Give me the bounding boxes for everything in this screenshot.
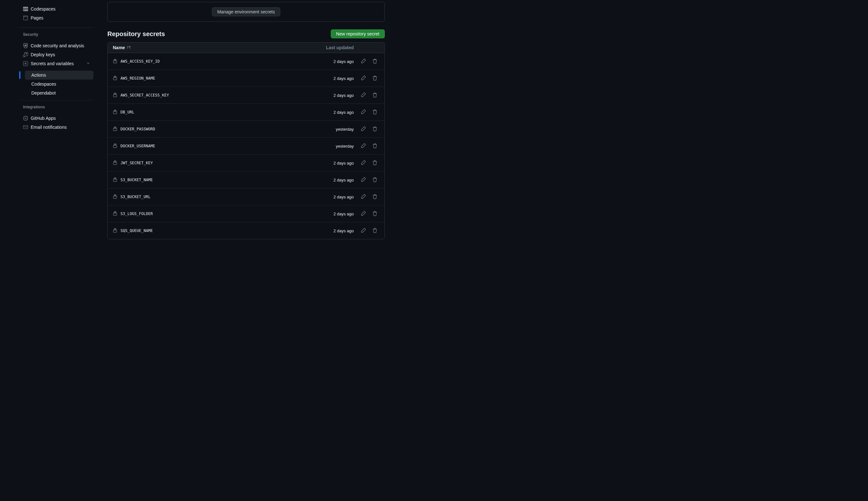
secret-row: JWT_SECRET_KEY2 days ago xyxy=(108,154,384,172)
delete-secret-button[interactable] xyxy=(370,209,379,218)
edit-secret-button[interactable] xyxy=(359,91,368,100)
secret-updated: 2 days ago xyxy=(309,212,354,216)
trash-icon xyxy=(372,177,378,183)
settings-sidebar: CodespacesPages Security Code security a… xyxy=(0,2,96,239)
manage-environment-secrets-button[interactable]: Manage environment secrets xyxy=(212,7,280,16)
sidebar-item-deploy-keys[interactable]: Deploy keys xyxy=(19,50,93,59)
lock-icon xyxy=(113,93,117,98)
trash-icon xyxy=(372,75,378,82)
sidebar-subitem-actions[interactable]: Actions xyxy=(25,71,93,79)
edit-secret-button[interactable] xyxy=(359,125,368,134)
sidebar-item-email-notifications[interactable]: Email notifications xyxy=(19,123,93,132)
secret-row: S3_BUCKET_NAME2 days ago xyxy=(108,172,384,189)
edit-secret-button[interactable] xyxy=(359,57,368,66)
key-icon xyxy=(23,52,28,57)
lock-icon xyxy=(113,143,117,149)
sidebar-item-github-apps[interactable]: GitHub Apps xyxy=(19,114,93,123)
delete-secret-button[interactable] xyxy=(370,57,379,66)
divider xyxy=(19,28,93,28)
lock-icon xyxy=(113,194,117,200)
secret-row: S3_BUCKET_URL2 days ago xyxy=(108,189,384,205)
secret-row: AWS_ACCESS_KEY_ID2 days ago xyxy=(108,53,384,70)
delete-secret-button[interactable] xyxy=(370,108,379,117)
delete-secret-button[interactable] xyxy=(370,159,379,168)
lock-icon xyxy=(113,109,117,115)
delete-secret-button[interactable] xyxy=(370,91,379,100)
pencil-icon xyxy=(361,92,366,98)
secret-name: DB_URL xyxy=(120,110,134,114)
hubot-icon xyxy=(23,116,28,121)
secret-updated: 2 days ago xyxy=(309,93,354,98)
secret-row: DB_URL2 days ago xyxy=(108,104,384,121)
pencil-icon xyxy=(361,160,366,166)
sidebar-item-label: GitHub Apps xyxy=(31,116,56,121)
secret-updated: 2 days ago xyxy=(309,178,354,182)
edit-secret-button[interactable] xyxy=(359,74,368,83)
pencil-icon xyxy=(361,228,366,234)
secret-updated: 2 days ago xyxy=(309,76,354,81)
pencil-icon xyxy=(361,143,366,149)
secret-name: S3_BUCKET_NAME xyxy=(120,178,153,182)
sidebar-item-label: Code security and analysis xyxy=(31,43,84,48)
environment-secrets-panel: Manage environment secrets xyxy=(107,2,385,22)
repository-secrets-title: Repository secrets xyxy=(107,30,165,38)
delete-secret-button[interactable] xyxy=(370,175,379,184)
column-updated-header: Last updated xyxy=(322,45,379,50)
sidebar-subitem-codespaces[interactable]: Codespaces xyxy=(25,79,93,88)
column-name-header[interactable]: Name xyxy=(113,45,125,50)
pencil-icon xyxy=(361,126,366,132)
pencil-icon xyxy=(361,177,366,183)
sidebar-item-label: Email notifications xyxy=(31,125,67,130)
shield-scan-icon xyxy=(23,43,28,48)
secret-updated: 2 days ago xyxy=(309,228,354,233)
secret-updated: 2 days ago xyxy=(309,110,354,115)
sidebar-item-label: Dependabot xyxy=(31,90,56,96)
secret-row: AWS_REGION_NAME2 days ago xyxy=(108,70,384,87)
secret-row: SQS_QUEUE_NAME2 days ago xyxy=(108,222,384,239)
new-repository-secret-button[interactable]: New repository secret xyxy=(331,29,385,38)
edit-secret-button[interactable] xyxy=(359,159,368,168)
integrations-heading: Integrations xyxy=(19,103,93,111)
trash-icon xyxy=(372,58,378,65)
secret-name: AWS_REGION_NAME xyxy=(120,76,155,81)
sidebar-item-label: Codespaces xyxy=(31,82,56,87)
pencil-icon xyxy=(361,58,366,65)
lock-icon xyxy=(113,211,117,217)
sidebar-item-label: Actions xyxy=(31,73,46,78)
sort-ascending-icon xyxy=(127,45,131,50)
edit-secret-button[interactable] xyxy=(359,175,368,184)
lock-icon xyxy=(113,228,117,234)
sidebar-item-label: Codespaces xyxy=(31,7,56,11)
lock-icon xyxy=(113,59,117,64)
delete-secret-button[interactable] xyxy=(370,226,379,235)
secret-updated: 2 days ago xyxy=(309,59,354,64)
secret-row: DOCKER_PASSWORDyesterday xyxy=(108,121,384,138)
secret-name: S3_BUCKET_URL xyxy=(120,195,150,199)
sidebar-subitem-dependabot[interactable]: Dependabot xyxy=(25,88,93,97)
edit-secret-button[interactable] xyxy=(359,209,368,218)
trash-icon xyxy=(372,92,378,98)
pencil-icon xyxy=(361,75,366,82)
asterisk-icon xyxy=(23,61,28,66)
secret-name: DOCKER_USERNAME xyxy=(120,144,155,148)
secret-name: DOCKER_PASSWORD xyxy=(120,127,155,131)
edit-secret-button[interactable] xyxy=(359,108,368,117)
sidebar-item-code-security-and-analysis[interactable]: Code security and analysis xyxy=(19,41,93,50)
sidebar-item-secrets-and-variables[interactable]: Secrets and variables xyxy=(19,59,93,68)
delete-secret-button[interactable] xyxy=(370,141,379,150)
sidebar-item-label: Deploy keys xyxy=(31,52,55,57)
edit-secret-button[interactable] xyxy=(359,226,368,235)
trash-icon xyxy=(372,160,378,166)
edit-secret-button[interactable] xyxy=(359,141,368,150)
mail-icon xyxy=(23,125,28,130)
edit-secret-button[interactable] xyxy=(359,192,368,201)
main-content: Manage environment secrets Repository se… xyxy=(102,2,390,239)
delete-secret-button[interactable] xyxy=(370,74,379,83)
sidebar-item-codespaces[interactable]: Codespaces xyxy=(19,4,93,13)
secret-updated: yesterday xyxy=(309,144,354,149)
sidebar-item-pages[interactable]: Pages xyxy=(19,13,93,22)
secret-updated: yesterday xyxy=(309,127,354,132)
delete-secret-button[interactable] xyxy=(370,125,379,134)
delete-secret-button[interactable] xyxy=(370,192,379,201)
secret-row: DOCKER_USERNAMEyesterday xyxy=(108,138,384,154)
